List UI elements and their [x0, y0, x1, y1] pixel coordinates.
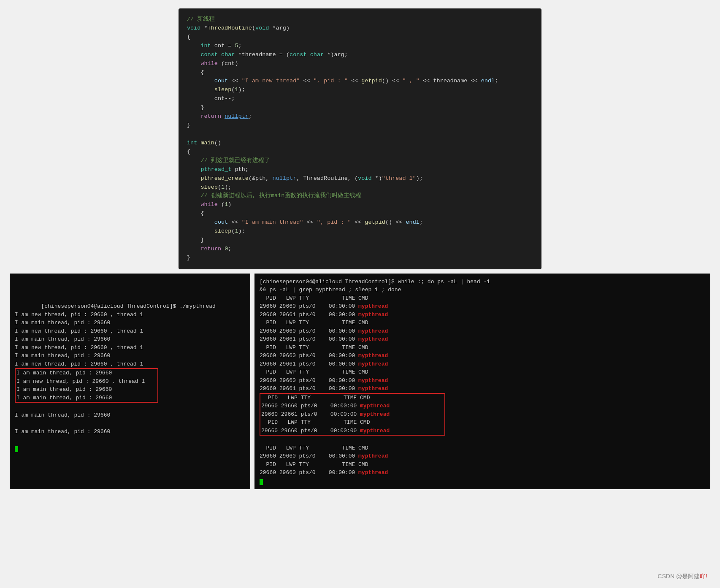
tl-line-7: I am new thread, pid : 29660 , thread 1: [15, 361, 143, 367]
tr-r2: 29660 29661 pts/0 00:00:00 mypthread: [260, 312, 388, 318]
watermark-suffix: 吖!: [700, 573, 707, 580]
tl-line-12: I am main thread, pid : 29660: [15, 412, 110, 418]
tr-r5: 29660 29660 pts/0 00:00:00 mypthread: [260, 352, 388, 359]
terminal-right: [chineseperson04@alicloud ThreadControl]…: [254, 274, 710, 490]
code-panel: // 新线程 void *ThreadRoutine(void *arg) { …: [179, 8, 541, 269]
tl-line-11: I am main thread, pid : 29660: [16, 395, 112, 401]
tl-cursor: [15, 445, 18, 451]
terminal-left: [chineseperson04@alicloud ThreadControl]…: [10, 274, 250, 490]
tr-r13: 29660 29660 pts/0 00:00:00 mypthread: [260, 469, 388, 476]
tr-h2: PID LWP TTY TIME CMD: [260, 320, 368, 326]
tl-line-13: I am main thread, pid : 29660: [15, 428, 110, 435]
tr-h7: PID LWP TTY TIME CMD: [260, 445, 368, 451]
tl-line-3: I am new thread, pid : 29660 , thread 1: [15, 328, 143, 334]
tr-r4: 29660 29661 pts/0 00:00:00 mypthread: [260, 336, 388, 342]
tr-h1: PID LWP TTY TIME CMD: [260, 295, 368, 301]
tl-line-8: I am main thread, pid : 29660: [16, 370, 112, 376]
tr-r11: 29660 29660 pts/0 00:00:00 mypthread: [261, 428, 390, 434]
tl-line-2: I am main thread, pid : 29660: [15, 320, 110, 326]
tr-r6: 29660 29661 pts/0 00:00:00 mypthread: [260, 361, 388, 367]
watermark: CSDN @是阿建吖!: [658, 573, 707, 580]
tr-r8: 29660 29661 pts/0 00:00:00 mypthread: [260, 385, 388, 392]
tr-h6: PID LWP TTY TIME CMD: [261, 419, 370, 425]
red-box-left: I am main thread, pid : 29660 I am new t…: [15, 368, 158, 403]
tr-h4: PID LWP TTY TIME CMD: [260, 369, 368, 375]
tr-r10: 29660 29661 pts/0 00:00:00 mypthread: [261, 411, 390, 417]
terminal-right-header: [chineseperson04@alicloud ThreadControl]…: [260, 279, 490, 293]
tl-line-6: I am main thread, pid : 29660: [15, 352, 110, 359]
main-container: // 新线程 void *ThreadRoutine(void *arg) { …: [0, 0, 720, 498]
tr-r12: 29660 29660 pts/0 00:00:00 mypthread: [260, 453, 388, 459]
tr-r9: 29660 29660 pts/0 00:00:00 mypthread: [261, 403, 390, 409]
tl-line-9: I am new thread, pid : 29660 , thread 1: [16, 378, 145, 385]
code-line-1: // 新线程: [187, 16, 215, 22]
terminals-row: [chineseperson04@alicloud ThreadControl]…: [10, 274, 710, 490]
tr-r1: 29660 29660 pts/0 00:00:00 mypthread: [260, 303, 388, 309]
tl-line-4: I am main thread, pid : 29660: [15, 336, 110, 342]
terminal-left-header: [chineseperson04@alicloud ThreadControl]…: [41, 303, 215, 309]
tl-line-10: I am main thread, pid : 29660: [16, 386, 112, 393]
tr-r7: 29660 29660 pts/0 00:00:00 mypthread: [260, 377, 388, 384]
tr-h8: PID LWP TTY TIME CMD: [260, 461, 368, 468]
watermark-text: CSDN @是阿建: [658, 573, 700, 580]
tl-line-5: I am new thread, pid : 29660 , thread 1: [15, 344, 143, 351]
tr-cursor: [260, 479, 263, 485]
tr-h3: PID LWP TTY TIME CMD: [260, 344, 368, 351]
red-box-right: PID LWP TTY TIME CMD 29660 29660 pts/0 0…: [260, 393, 445, 436]
tr-r3: 29660 29660 pts/0 00:00:00 mypthread: [260, 328, 388, 334]
tr-h5: PID LWP TTY TIME CMD: [261, 395, 370, 401]
tl-line-1: I am new thread, pid : 29660 , thread 1: [15, 312, 143, 318]
code-line-2: void: [187, 25, 200, 31]
